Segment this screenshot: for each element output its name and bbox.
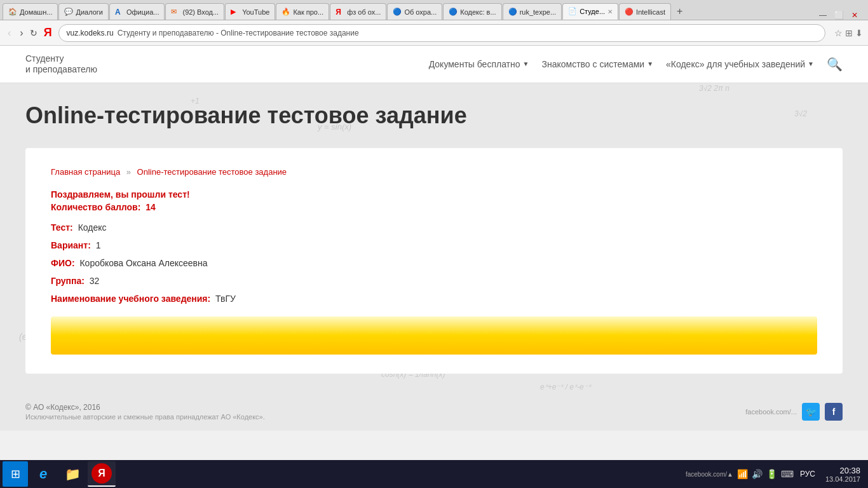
tab-охра[interactable]: 🔵 Об охра... <box>387 3 442 20</box>
tab-официа[interactable]: A Официа... <box>109 3 165 20</box>
test-line: Тест: Кодекс <box>51 222 817 233</box>
footer-fb-text: facebook.com/... <box>745 408 797 416</box>
score-line: Количество баллов: 14 <box>51 202 817 212</box>
taskbar-ie[interactable]: e <box>29 461 57 487</box>
nav-documents-arrow: ▼ <box>523 60 529 67</box>
site-header: Студенту и преподавателю Документы беспл… <box>0 46 868 83</box>
tab-icon-официа: A <box>115 8 124 17</box>
close-button[interactable]: ✕ <box>849 11 860 20</box>
fio-value: Коробкова Оксана Алексеевна <box>79 258 207 268</box>
tab-диалоги[interactable]: 💬 Диалоги <box>58 3 109 20</box>
clock-time: 20:38 <box>825 466 860 475</box>
bookmark-star-icon[interactable]: ☆ <box>834 28 843 38</box>
taskbar-fb-hint: facebook.com/▲ <box>686 471 733 478</box>
taskbar: ⊞ e 📁 Я facebook.com/▲ 📶 🔊 🔋 ⌨ РУС 20:38 <box>0 460 868 488</box>
facebook-icon[interactable]: f <box>825 403 843 421</box>
network-icon: 📶 <box>736 469 749 479</box>
main-card: Главная страница » Online-тестирование т… <box>25 148 843 374</box>
taskbar-right: facebook.com/▲ 📶 🔊 🔋 ⌨ РУС 20:38 13.04.2… <box>686 466 865 483</box>
site-nav: Документы бесплатно ▼ Знакомство с систе… <box>429 57 843 72</box>
page-content: tanh(x) = sinh(x)/cos... tanh(x) = sinh(… <box>0 46 868 431</box>
battery-icon: 🔋 <box>765 469 778 479</box>
keyboard-language[interactable]: РУС <box>797 470 818 478</box>
tab-icon-охра: 🔵 <box>393 8 402 17</box>
system-clock: 20:38 13.04.2017 <box>820 466 865 483</box>
variant-label: Вариант: <box>51 240 91 250</box>
volume-icon: 🔊 <box>750 469 764 479</box>
tab-youtube[interactable]: ▶ YouTube <box>225 3 275 20</box>
tab-фз[interactable]: Я фз об ох... <box>330 3 386 20</box>
reload-button[interactable]: ↻ <box>30 28 37 38</box>
page-scroll-area[interactable]: tanh(x) = sinh(x)/cos... tanh(x) = sinh(… <box>0 46 868 460</box>
tab-intellicast[interactable]: 🔴 Intellicast <box>619 3 671 20</box>
taskbar-yandex[interactable]: Я <box>88 461 116 487</box>
breadcrumb: Главная страница » Online-тестирование т… <box>51 167 817 177</box>
download-icon[interactable]: ⬇ <box>855 28 863 38</box>
score-value: 14 <box>146 202 156 212</box>
clock-date: 13.04.2017 <box>825 475 860 483</box>
group-line: Группа: 32 <box>51 276 817 286</box>
tab-icon-вход: ✉ <box>171 8 180 17</box>
tab-студе[interactable]: 📄 Студе... ✕ <box>562 3 618 20</box>
success-message: Поздравляем, вы прошли тест! <box>51 189 817 200</box>
variant-value: 1 <box>96 240 101 250</box>
tab-icon-диалоги: 💬 <box>64 8 73 17</box>
ie-icon: e <box>39 466 47 482</box>
window-controls: — ⬜ ✕ <box>811 11 865 20</box>
tab-icon-как-про: 🔥 <box>281 8 290 17</box>
tab-как-про[interactable]: 🔥 Как про... <box>276 3 329 20</box>
site-logo: Студенту и преподавателю <box>25 53 97 75</box>
nav-systems[interactable]: Знакомство с системами ▼ <box>541 59 653 69</box>
back-button[interactable]: ‹ <box>5 25 13 41</box>
institution-value: ТвГУ <box>215 294 236 304</box>
tab-вход[interactable]: ✉ (92) Вход... <box>165 3 224 20</box>
site-footer: © АО «Кодекс», 2016 Исключительные автор… <box>0 393 868 431</box>
breadcrumb-current: Online-тестирование тестовое задание <box>137 167 287 177</box>
nav-documents[interactable]: Документы бесплатно ▼ <box>429 59 529 69</box>
tab-ruk[interactable]: 🔵 ruk_texpе... <box>503 3 562 20</box>
institution-label: Наименование учебного заведения: <box>51 294 210 304</box>
yandex-logo: Я <box>44 26 52 39</box>
tab-icon-intellicast: 🔴 <box>625 8 634 17</box>
extensions-icon[interactable]: ⊞ <box>845 28 853 38</box>
restore-button[interactable]: ⬜ <box>832 11 846 20</box>
tab-close-студе[interactable]: ✕ <box>607 8 613 15</box>
address-bar: ‹ › ↻ Я vuz.kodeks.ru Студенту и препода… <box>0 20 868 46</box>
nav-systems-arrow: ▼ <box>647 60 653 67</box>
system-tray: 📶 🔊 🔋 ⌨ <box>736 469 795 479</box>
tab-кодекс[interactable]: 🔵 Кодекс: в... <box>443 3 501 20</box>
test-label: Тест: <box>51 222 73 233</box>
nav-kodeks-arrow: ▼ <box>808 60 814 67</box>
search-icon[interactable]: 🔍 <box>827 57 843 72</box>
facebook-f-icon: f <box>832 407 836 417</box>
tab-домашн[interactable]: 🏠 Домашн... <box>3 3 58 20</box>
yandex-taskbar-icon: Я <box>92 463 112 484</box>
tab-icon-фз: Я <box>336 8 344 17</box>
group-value: 32 <box>90 276 100 286</box>
twitter-icon[interactable]: 🐦 <box>802 403 820 421</box>
tab-icon-домашн: 🏠 <box>8 8 17 17</box>
tab-icon-ruk: 🔵 <box>508 8 517 17</box>
new-tab-button[interactable]: + <box>672 3 688 20</box>
minimize-button[interactable]: — <box>817 11 829 20</box>
breadcrumb-home-link[interactable]: Главная страница <box>51 167 120 177</box>
footer-copyright: © АО «Кодекс», 2016 Исключительные автор… <box>25 403 265 421</box>
tab-bar: 🏠 Домашн... 💬 Диалоги A Официа... ✉ (92)… <box>0 0 868 20</box>
page-title: Online-тестирование тестовое задание <box>25 102 843 129</box>
institution-line: Наименование учебного заведения: ТвГУ <box>51 294 817 304</box>
address-url: vuz.kodeks.ru <box>67 29 114 37</box>
tab-icon-кодекс: 🔵 <box>449 8 458 17</box>
fio-line: ФИО: Коробкова Оксана Алексеевна <box>51 258 817 268</box>
group-label: Группа: <box>51 276 85 286</box>
nav-kodeks[interactable]: «Кодекс» для учебных заведений ▼ <box>666 59 814 69</box>
address-field[interactable]: vuz.kodeks.ru Студенту и преподавателю -… <box>58 24 825 42</box>
address-page-title: Студенту и преподавателю - Online-тестир… <box>118 29 359 37</box>
tab-icon-youtube: ▶ <box>231 8 240 17</box>
fio-label: ФИО: <box>51 258 75 268</box>
forward-button[interactable]: › <box>17 25 25 41</box>
start-button[interactable]: ⊞ <box>3 461 28 487</box>
variant-line: Вариант: 1 <box>51 240 817 250</box>
page-title-area: Online-тестирование тестовое задание <box>0 83 868 142</box>
taskbar-folder[interactable]: 📁 <box>58 461 86 487</box>
social-icons: 🐦 f <box>802 403 843 421</box>
